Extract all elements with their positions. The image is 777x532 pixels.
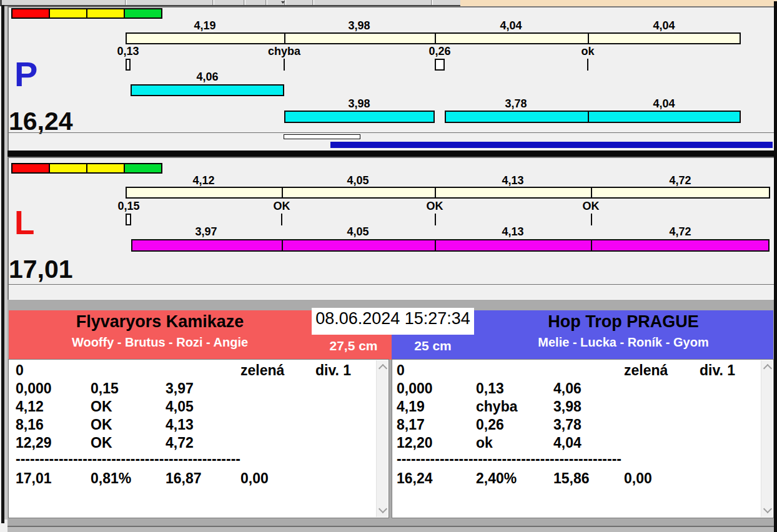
progress-bar-white xyxy=(284,134,360,139)
light-yellow-2 xyxy=(86,164,124,172)
table-cell: 4,06 xyxy=(553,382,582,396)
toolbar-divider xyxy=(244,0,245,5)
table-separator: ----------------------------------------… xyxy=(16,452,240,466)
toolbar-divider xyxy=(212,0,214,5)
scrollbar-right-table[interactable] xyxy=(761,360,773,517)
split-bar-divider xyxy=(282,188,283,197)
table-cell: OK xyxy=(91,436,112,450)
split-label: 4,04 xyxy=(653,20,675,31)
light-green xyxy=(124,9,161,17)
scroll-up-icon[interactable] xyxy=(763,364,772,373)
net-label: 4,06 xyxy=(196,71,218,82)
table-cell: 0,15 xyxy=(91,382,119,396)
lane-letter-l: L xyxy=(14,206,34,239)
net-label: 4,04 xyxy=(653,98,675,109)
dropdown-arrow-icon[interactable] xyxy=(281,1,285,4)
lane-total-p: 16,24 xyxy=(9,109,73,134)
lane-panel-p: 4,19 3,98 4,04 4,04 0,13 chyba 0,26 ok 4… xyxy=(7,6,774,150)
table-cell: chyba xyxy=(476,400,517,414)
datetime-box: 08.06.2024 15:27:34 xyxy=(312,308,474,335)
crossing-label: OK xyxy=(583,200,600,212)
net-bar xyxy=(131,84,284,96)
split-label: 4,05 xyxy=(347,175,369,186)
teams-section: Flyvaryors Kamikaze Wooffy - Brutus - Ro… xyxy=(7,310,774,532)
net-bar-divider xyxy=(435,240,436,250)
crossing-label: OK xyxy=(274,200,290,212)
table-cell: 0,000 xyxy=(16,382,52,396)
crossing-tick-marker xyxy=(587,59,588,71)
jump-height-right: 25 cm xyxy=(414,339,452,352)
light-yellow-1 xyxy=(49,164,86,172)
table-cell: 16,24 xyxy=(397,471,433,486)
table-cell: 8,17 xyxy=(397,418,425,432)
light-yellow-2 xyxy=(86,9,124,17)
table-cell: OK xyxy=(91,418,112,432)
panel-divider xyxy=(7,150,774,157)
toolbar-divider xyxy=(312,0,314,5)
table-cell: div. 1 xyxy=(700,363,735,378)
table-cell: 0,00 xyxy=(624,471,652,486)
scrollbar-left-table[interactable] xyxy=(376,360,388,517)
net-label: 3,78 xyxy=(505,98,527,109)
team-name-left: Flyvaryors Kamikaze xyxy=(76,313,244,330)
datetime-text: 08.06.2024 15:27:34 xyxy=(312,308,474,335)
table-separator: ----------------------------------------… xyxy=(397,452,621,466)
team-table-right[interactable]: 0 zelená div. 1 0,000 0,13 4,06 4,19 chy… xyxy=(392,360,773,518)
table-cell: 17,01 xyxy=(16,471,52,486)
net-bar-divider xyxy=(588,112,589,122)
toolbar-divider xyxy=(431,0,433,5)
split-label: 4,04 xyxy=(500,20,522,31)
table-cell: 3,98 xyxy=(553,400,582,414)
team-dogs-right: Melie - Lucka - Roník - Gyom xyxy=(538,336,708,348)
timing-screen: 4,19 3,98 4,04 4,04 0,13 chyba 0,26 ok 4… xyxy=(0,0,777,532)
progress-bar-blue xyxy=(330,142,773,148)
crossing-label: OK xyxy=(427,200,443,212)
table-cell: 0,26 xyxy=(476,418,504,432)
table-cell: 4,13 xyxy=(166,418,194,432)
table-cell: ok xyxy=(476,436,493,450)
traffic-lights-p xyxy=(11,8,162,19)
net-label: 4,13 xyxy=(502,226,523,237)
crossing-box-marker xyxy=(126,214,131,225)
light-red xyxy=(12,164,49,172)
scroll-down-icon[interactable] xyxy=(379,505,387,513)
table-cell: 15,86 xyxy=(553,471,590,486)
split-bar-l xyxy=(126,187,770,199)
table-cell: 0,000 xyxy=(397,382,433,396)
lane-total-l: 17,01 xyxy=(9,257,73,282)
table-cell: 16,87 xyxy=(166,471,202,486)
table-cell: 4,19 xyxy=(397,400,425,414)
net-bar xyxy=(284,111,435,123)
table-cell: zelená xyxy=(240,363,284,378)
toolbar-strip[interactable] xyxy=(0,0,460,6)
split-label: 4,12 xyxy=(192,175,214,186)
progress-subpanel-p xyxy=(7,132,774,150)
split-bar-divider xyxy=(284,34,285,43)
table-cell: 4,05 xyxy=(166,400,194,414)
crossing-tick-marker xyxy=(591,214,592,225)
table-cell: 12,20 xyxy=(397,436,433,450)
split-bar-divider xyxy=(435,34,436,43)
net-bar xyxy=(445,111,741,123)
light-yellow-1 xyxy=(49,9,86,17)
split-bar-p xyxy=(126,32,741,44)
table-cell: 0,81% xyxy=(91,471,131,486)
split-bar-divider xyxy=(435,188,436,197)
team-table-left[interactable]: 0 zelená div. 1 0,000 0,15 3,97 4,12 OK … xyxy=(9,360,388,518)
net-bar-divider xyxy=(282,240,283,250)
crossing-tick-marker xyxy=(281,214,282,225)
crossing-tick-marker xyxy=(284,59,285,71)
light-red xyxy=(12,9,49,17)
table-cell: OK xyxy=(91,400,112,414)
progress-subpanel-l xyxy=(7,284,774,300)
screen-edge-right xyxy=(774,1,777,532)
crossing-box-marker xyxy=(435,59,445,71)
scroll-up-icon[interactable] xyxy=(379,364,387,373)
table-cell: 0 xyxy=(397,363,405,378)
crossing-label: ok xyxy=(581,46,594,57)
table-cell: 0,13 xyxy=(476,382,504,396)
scroll-down-icon[interactable] xyxy=(763,505,772,513)
team-dogs-left: Wooffy - Brutus - Rozi - Angie xyxy=(72,336,248,348)
net-bar-divider xyxy=(591,240,592,250)
jump-height-left: 27,5 cm xyxy=(329,339,377,352)
